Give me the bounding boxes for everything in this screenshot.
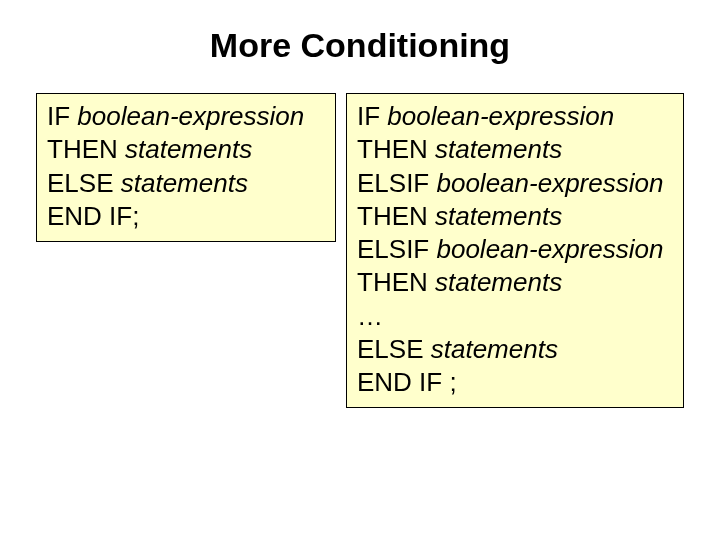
- code-line: THEN statements: [47, 133, 325, 166]
- expr: boolean-expression: [387, 101, 614, 131]
- expr: statements: [435, 201, 562, 231]
- code-line: ELSIF boolean-expression: [357, 167, 673, 200]
- code-line: END IF ;: [357, 366, 673, 399]
- expr: statements: [435, 134, 562, 164]
- kw-if: IF: [357, 101, 387, 131]
- kw-endif: END IF;: [47, 201, 139, 231]
- kw-then: THEN: [47, 134, 125, 164]
- code-line: THEN statements: [357, 133, 673, 166]
- expr: statements: [121, 168, 248, 198]
- kw-endif: END IF ;: [357, 367, 457, 397]
- code-line: ELSE statements: [47, 167, 325, 200]
- expr: statements: [435, 267, 562, 297]
- code-line: THEN statements: [357, 266, 673, 299]
- kw-if: IF: [47, 101, 77, 131]
- kw-then: THEN: [357, 134, 435, 164]
- ellipsis: …: [357, 301, 383, 331]
- expr: boolean-expression: [77, 101, 304, 131]
- content-columns: IF boolean-expression THEN statements EL…: [30, 93, 690, 408]
- expr: statements: [431, 334, 558, 364]
- kw-then: THEN: [357, 267, 435, 297]
- code-line: ELSIF boolean-expression: [357, 233, 673, 266]
- code-line: IF boolean-expression: [357, 100, 673, 133]
- expr: statements: [125, 134, 252, 164]
- code-line: …: [357, 300, 673, 333]
- expr: boolean-expression: [436, 234, 663, 264]
- kw-elsif: ELSIF: [357, 234, 436, 264]
- code-line: END IF;: [47, 200, 325, 233]
- code-line: ELSE statements: [357, 333, 673, 366]
- code-box-left: IF boolean-expression THEN statements EL…: [36, 93, 336, 242]
- code-line: IF boolean-expression: [47, 100, 325, 133]
- kw-else: ELSE: [47, 168, 121, 198]
- code-line: THEN statements: [357, 200, 673, 233]
- kw-else: ELSE: [357, 334, 431, 364]
- kw-elsif: ELSIF: [357, 168, 436, 198]
- code-box-right: IF boolean-expression THEN statements EL…: [346, 93, 684, 408]
- expr: boolean-expression: [436, 168, 663, 198]
- page-title: More Conditioning: [30, 26, 690, 65]
- kw-then: THEN: [357, 201, 435, 231]
